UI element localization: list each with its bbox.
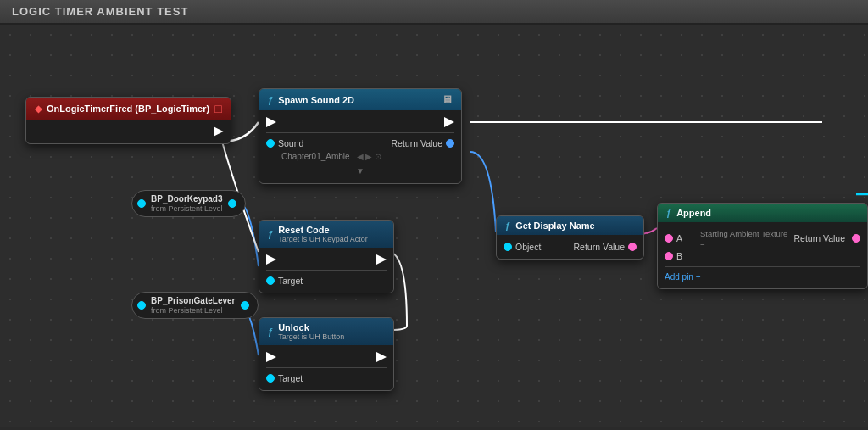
append-return-label: Return Value <box>793 233 845 243</box>
bp-doorkeypad-sub: from Persistent Level <box>151 204 223 213</box>
append-return-pin <box>852 234 860 243</box>
spawn-exec-out <box>444 117 454 127</box>
get-display-name-node[interactable]: ƒ Get Display Name Object Return Value <box>496 215 644 260</box>
append-b-label: B <box>676 251 682 261</box>
unlock-exec-row <box>266 350 387 364</box>
bp-doorkeypad-pin <box>137 199 146 208</box>
reset-exec-out <box>376 254 387 265</box>
get-display-name-body: Object Return Value <box>497 235 643 259</box>
append-node[interactable]: ƒ Append A Starting Ambient Texture = Re… <box>657 203 868 289</box>
title-bar-text: LOGIC TIMER AMBIENT TEST <box>12 5 188 18</box>
unlock-label: Unlock <box>278 322 344 332</box>
append-func-icon: ƒ <box>666 208 671 218</box>
append-addpin-row[interactable]: Add pin + <box>665 271 860 283</box>
title-bar: LOGIC TIMER AMBIENT TEST <box>0 0 868 25</box>
unlock-exec-out <box>376 352 387 362</box>
append-b-row: B <box>665 249 860 263</box>
get-display-return-label: Return Value <box>573 242 625 252</box>
append-starting-ambient: Starting Ambient Texture = <box>700 229 790 248</box>
spawn-sound-label: Spawn Sound 2D <box>278 95 354 105</box>
unlock-func-icon: ƒ <box>268 327 273 337</box>
reset-code-node[interactable]: ƒ Reset Code Target is UH Keypad Actor T… <box>259 220 394 293</box>
spawn-sound-func-icon: ƒ <box>268 95 273 105</box>
event-exec-row <box>33 125 224 138</box>
spawn-sound-edit-icons: ◀ ▶ ⊙ <box>357 152 382 161</box>
reset-code-header: ƒ Reset Code Target is UH Keypad Actor <box>259 221 393 248</box>
unlock-subtitle: Target is UH Button <box>278 332 344 341</box>
unlock-target-row: Target <box>266 371 387 385</box>
spawn-return-pin <box>446 139 454 148</box>
get-display-object-label: Object <box>515 242 541 252</box>
reset-target-row: Target <box>266 274 387 288</box>
spawn-sound-monitor-icon: 🖥 <box>442 93 453 106</box>
canvas[interactable]: ◆ OnLogicTimerFired (BP_LogicTimer) □ ƒ … <box>0 25 868 427</box>
spawn-sound-node[interactable]: ƒ Spawn Sound 2D 🖥 Sound Return Value Ch… <box>259 88 462 184</box>
spawn-sound-pin <box>266 139 275 148</box>
append-body: A Starting Ambient Texture = Return Valu… <box>658 222 867 288</box>
bp-prisongatelever-node[interactable]: BP_PrisonGateLever from Persistent Level <box>131 292 259 319</box>
append-label: Append <box>676 208 711 218</box>
bp-prisongatelever-pin <box>137 301 146 310</box>
bp-prisongatelever-label: BP_PrisonGateLever <box>151 296 236 305</box>
spawn-expand-icon[interactable]: ▼ <box>266 163 454 178</box>
append-a-label: A <box>676 233 693 243</box>
bp-prisongatelever-out-pin <box>241 301 249 310</box>
spawn-sound-label-text: Sound <box>278 138 303 148</box>
unlock-exec-in <box>266 352 276 362</box>
spawn-sound-exec-row <box>266 115 454 129</box>
spawn-return-label: Return Value <box>391 138 442 148</box>
get-display-name-header: ƒ Get Display Name <box>497 216 643 235</box>
event-node-label: OnLogicTimerFired (BP_LogicTimer) <box>47 103 209 114</box>
reset-code-subtitle: Target is UH Keypad Actor <box>278 235 368 243</box>
get-display-object-pin <box>504 243 512 251</box>
reset-target-label: Target <box>278 276 303 286</box>
unlock-node[interactable]: ƒ Unlock Target is UH Button Target <box>259 317 394 391</box>
bp-doorkeypad-info: BP_DoorKeypad3 from Persistent Level <box>151 194 223 213</box>
get-display-name-label: Get Display Name <box>515 221 595 231</box>
bp-prisongatelever-info: BP_PrisonGateLever from Persistent Level <box>151 296 236 315</box>
bp-doorkeypad-label: BP_DoorKeypad3 <box>151 194 223 204</box>
event-icon: ◆ <box>35 103 42 114</box>
reset-code-body: Target <box>259 248 393 293</box>
unlock-target-label: Target <box>278 373 303 383</box>
append-a-row: A Starting Ambient Texture = Return Valu… <box>665 227 860 249</box>
unlock-body: Target <box>259 345 393 390</box>
event-node-body <box>26 120 231 143</box>
spawn-sound-value: Chapter01_Ambie <box>281 152 350 161</box>
event-node-icon2: □ <box>214 102 221 115</box>
reset-func-icon: ƒ <box>268 229 273 239</box>
unlock-titles: Unlock Target is UH Button <box>278 322 344 341</box>
spawn-sound-row: Sound Return Value <box>266 137 454 150</box>
spawn-sound-body: Sound Return Value Chapter01_Ambie ◀ ▶ ⊙… <box>259 110 461 183</box>
reset-code-label: Reset Code <box>278 225 368 235</box>
spawn-sound-header: ƒ Spawn Sound 2D 🖥 <box>259 89 461 110</box>
unlock-header: ƒ Unlock Target is UH Button <box>259 318 393 345</box>
append-addpin-label[interactable]: Add pin + <box>665 272 701 282</box>
get-display-object-row: Object Return Value <box>504 240 637 254</box>
bp-prisongatelever-sub: from Persistent Level <box>151 306 236 315</box>
get-display-func-icon: ƒ <box>505 221 510 231</box>
append-header: ƒ Append <box>658 204 867 222</box>
get-display-return-pin <box>628 243 637 251</box>
reset-target-pin <box>266 276 275 285</box>
event-exec-out <box>214 126 224 137</box>
append-a-pin <box>665 234 673 243</box>
bp-doorkeypad-node[interactable]: BP_DoorKeypad3 from Persistent Level <box>131 190 246 217</box>
event-node-header: ◆ OnLogicTimerFired (BP_LogicTimer) □ <box>26 98 231 120</box>
reset-code-titles: Reset Code Target is UH Keypad Actor <box>278 225 368 243</box>
reset-exec-in <box>266 254 276 265</box>
unlock-target-pin <box>266 374 275 383</box>
spawn-sound-value-row: Chapter01_Ambie ◀ ▶ ⊙ <box>266 150 454 163</box>
reset-exec-row <box>266 253 387 266</box>
spawn-exec-in <box>266 117 276 127</box>
event-node[interactable]: ◆ OnLogicTimerFired (BP_LogicTimer) □ <box>25 97 231 144</box>
bp-doorkeypad-out-pin <box>228 199 236 208</box>
append-b-pin <box>665 252 673 260</box>
